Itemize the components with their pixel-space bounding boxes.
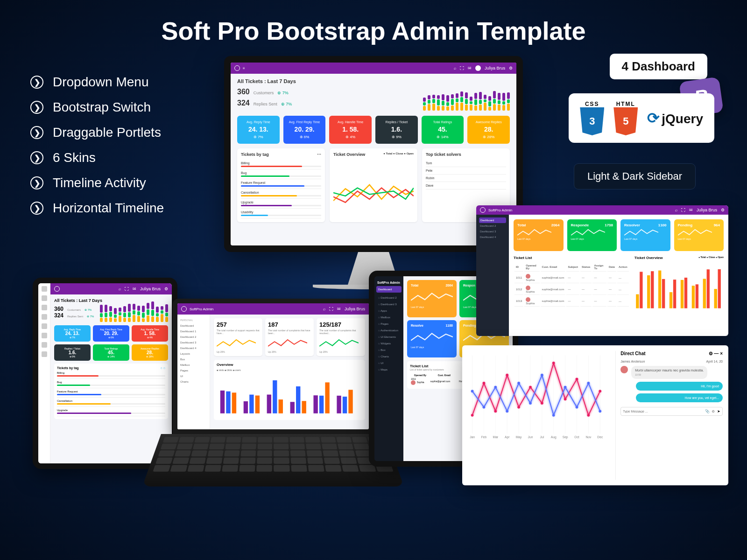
- fullscreen-icon[interactable]: ⛶: [681, 208, 685, 212]
- sidebar-item[interactable]: ○ Authentication: [377, 327, 401, 334]
- metric-card[interactable]: Awesome Replies28.⊕ 28%: [467, 116, 510, 144]
- status-card[interactable]: Responde1738Last 07 days: [567, 219, 617, 251]
- metric-card[interactable]: Avg. First Reply Time20. 29.⊕ 6%: [283, 116, 326, 144]
- status-card[interactable]: Total2064Last 07 days: [407, 280, 457, 317]
- user-name[interactable]: Juliya Brus: [345, 307, 365, 311]
- tag-row: Feature Request: [241, 179, 321, 189]
- search-icon[interactable]: ⌕: [454, 66, 456, 70]
- table-row[interactable]: 1012Sophiasophia@mail.com————⋯: [514, 284, 629, 295]
- search-icon[interactable]: ⌕: [675, 208, 677, 212]
- sidebar-item[interactable]: Dashboard: [479, 217, 506, 223]
- fullscreen-icon[interactable]: ⛶: [125, 287, 129, 291]
- status-card[interactable]: Total2064Last 07 days: [514, 219, 564, 251]
- svg-rect-13: [319, 396, 324, 413]
- mail-icon[interactable]: ✉: [689, 208, 693, 212]
- gear-icon[interactable]: ⚙: [721, 208, 725, 212]
- fullscreen-icon[interactable]: ⛶: [460, 66, 464, 70]
- svg-text:Aug: Aug: [551, 435, 557, 439]
- metric-card[interactable]: Avg. Reply Time24. 13.⊕ 7%: [237, 116, 280, 144]
- search-icon[interactable]: ⌕: [119, 287, 121, 291]
- sidebar-item[interactable]: ○ Box: [377, 347, 401, 353]
- feature-item: Bootstrap Switch: [53, 100, 151, 115]
- attach-icon[interactable]: 📎: [705, 409, 710, 413]
- mail-icon[interactable]: ✉: [468, 66, 472, 70]
- feature-item: Horizontal Timeline: [53, 201, 164, 216]
- chat-input[interactable]: 📎☺➤: [620, 407, 723, 416]
- sidebar-item[interactable]: Charts: [180, 379, 207, 385]
- metric-card[interactable]: Avg. Reply Time24. 13.⊕ 7%: [54, 325, 91, 342]
- table-row[interactable]: 1013Sophiasophia@mail.com————⋯: [514, 296, 629, 307]
- sidebar-item[interactable]: Layouts: [180, 351, 207, 357]
- svg-point-56: [587, 414, 590, 417]
- sidebar-item[interactable]: ○ UI Elements: [377, 334, 401, 340]
- metric-card[interactable]: Avg. Handle Time1. 58.⊕ 4%: [329, 116, 372, 144]
- metric-card[interactable]: Awesome Replies28.⊕ 28%: [132, 344, 168, 361]
- sidebar-item[interactable]: ○ UI: [377, 360, 401, 366]
- solver-row: Dave: [426, 182, 506, 189]
- metric-card[interactable]: Total Ratings45.⊕ 14%: [422, 116, 464, 144]
- sidebar-item[interactable]: ○ Widgets: [377, 340, 401, 347]
- sidebar-item[interactable]: Box: [180, 357, 207, 362]
- status-card[interactable]: Pending964Last 07 days: [674, 219, 724, 251]
- status-card[interactable]: Resolve1100Last 07 days: [407, 320, 457, 357]
- sidebar-item-dashboard[interactable]: Dashboard: [376, 286, 402, 293]
- user-name[interactable]: Juliya Brus: [485, 66, 505, 70]
- sidebar-item[interactable]: Mailbox: [180, 362, 207, 368]
- sidebar-item[interactable]: ○ Mailbox: [377, 314, 401, 321]
- sidebar-item[interactable]: Dashboard 4: [180, 345, 207, 351]
- menu-icon[interactable]: ≡: [243, 66, 245, 70]
- panel-actions-icon[interactable]: ○ ○: [161, 366, 165, 370]
- svg-rect-18: [636, 294, 639, 308]
- avatar[interactable]: [475, 65, 481, 71]
- sidebar-item[interactable]: ○ Dashboard 2: [377, 294, 401, 301]
- sidebar-item[interactable]: Dashboard 2: [180, 334, 207, 340]
- sidebar-item[interactable]: Dashboard 3: [479, 229, 506, 234]
- metric-card[interactable]: Avg. Handle Time1. 58.⊕ 4%: [132, 325, 168, 342]
- search-icon[interactable]: ⌕: [323, 307, 325, 311]
- sidebar-item[interactable]: Dashboard 1: [180, 329, 207, 334]
- sidebar-item[interactable]: UI: [180, 373, 207, 379]
- sidebar-dark[interactable]: SoftPro Admin Dashboard ○ Dashboard 2○ D…: [374, 276, 403, 461]
- chat-actions-icon[interactable]: ⚙ — ×: [709, 351, 723, 356]
- feature-item: Timeline Activity: [53, 175, 146, 190]
- gear-icon[interactable]: ⚙: [509, 66, 513, 70]
- metric-card[interactable]: Total Ratings45.⊕ 14%: [93, 344, 129, 361]
- user-name[interactable]: Juliya Brus: [140, 287, 161, 291]
- metric-card[interactable]: Replies / Ticket1.6.⊕ 9%: [375, 116, 418, 144]
- svg-text:Feb: Feb: [481, 435, 487, 439]
- send-icon[interactable]: ➤: [717, 409, 720, 413]
- fullscreen-icon[interactable]: ⛶: [329, 307, 333, 311]
- sidebar-icons[interactable]: [38, 283, 50, 463]
- metric-card[interactable]: Replies / Ticket1.6.⊕ 9%: [54, 344, 91, 361]
- sidebar-item[interactable]: Pages: [180, 368, 207, 373]
- panel-title: Direct Chat: [620, 351, 645, 356]
- status-card[interactable]: Resolver1100Last 07 days: [620, 219, 670, 251]
- metric-card[interactable]: Avg. First Reply Time20. 29.⊕ 6%: [93, 325, 129, 342]
- stat-replies: 324: [54, 312, 63, 319]
- svg-text:Dec: Dec: [597, 435, 603, 439]
- sidebar-item[interactable]: ○ Pages: [377, 321, 401, 327]
- panel-actions-icon[interactable]: ⋯: [317, 152, 321, 157]
- sidebar-item[interactable]: ○ Maps: [377, 366, 401, 373]
- user-name[interactable]: Juliya Brus: [697, 208, 717, 212]
- sidebar-item[interactable]: ○ Dashboard 3: [377, 301, 401, 308]
- table-row[interactable]: 1011Sophiasophia@mail.com————⋯: [514, 273, 629, 283]
- mail-icon[interactable]: ✉: [133, 287, 136, 291]
- svg-point-55: [576, 378, 578, 380]
- mail-icon[interactable]: ✉: [337, 307, 341, 311]
- gear-icon[interactable]: ⚙: [164, 287, 168, 291]
- message-field[interactable]: [623, 409, 703, 413]
- sidebar-item[interactable]: Dashboard 4: [479, 234, 506, 240]
- chat-date: April 14, 20: [706, 360, 723, 363]
- sidebar-item[interactable]: Dashboard 2: [479, 223, 506, 229]
- emoji-icon[interactable]: ☺: [712, 409, 715, 413]
- sidebar-item[interactable]: PERSONAL: [180, 317, 207, 323]
- svg-rect-7: [273, 380, 277, 413]
- sidebar-item[interactable]: Dashboard 3: [180, 340, 207, 345]
- sidebar-item[interactable]: ○ Charts: [377, 353, 401, 360]
- sidebar-item[interactable]: Dashboard: [180, 323, 207, 329]
- svg-rect-23: [662, 279, 665, 308]
- sidebar-dark[interactable]: DashboardDashboard 2Dashboard 3Dashboard…: [476, 215, 509, 336]
- sidebar[interactable]: PERSONALDashboardDashboard 1Dashboard 2D…: [177, 315, 210, 429]
- sidebar-item[interactable]: ○ Apps: [377, 308, 401, 314]
